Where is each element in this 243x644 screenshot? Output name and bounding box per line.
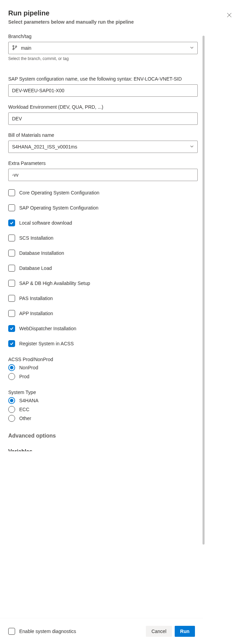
sap-config-label: SAP System configuration name, use the f…: [8, 75, 198, 82]
system-type-group-label: System Type: [8, 390, 198, 395]
system-type-radio[interactable]: [8, 406, 15, 413]
svg-point-1: [13, 48, 14, 50]
checkbox-row: Database Load: [8, 265, 198, 272]
workload-env-input[interactable]: [8, 112, 198, 125]
panel-subtitle: Select parameters below and manually run…: [8, 19, 134, 25]
checkbox-label[interactable]: Register System in ACSS: [19, 341, 74, 346]
bom-label: Bill of Materials name: [8, 132, 198, 139]
panel-footer: Enable system diagnostics Cancel Run: [0, 618, 203, 644]
extra-params-label: Extra Parameters: [8, 160, 198, 167]
checkbox-row: PAS Installation: [8, 295, 198, 302]
checkbox[interactable]: [8, 250, 15, 257]
chevron-down-icon: [190, 45, 194, 51]
checkbox-row: Core Operating System Configuration: [8, 189, 198, 196]
sap-config-input[interactable]: [8, 84, 198, 97]
checkbox-row: SAP & DB High Availability Setup: [8, 280, 198, 287]
acss-radio[interactable]: [8, 373, 15, 380]
checkbox-row: Database Installation: [8, 250, 198, 257]
bom-select[interactable]: S4HANA_2021_ISS_v0001ms: [8, 141, 198, 153]
close-button[interactable]: [224, 10, 235, 21]
checkbox[interactable]: [8, 310, 15, 317]
checkbox[interactable]: [8, 295, 15, 302]
checkbox-row: WebDispatcher Installation: [8, 325, 198, 332]
bom-value: S4HANA_2021_ISS_v0001ms: [12, 144, 190, 150]
checkbox-label[interactable]: PAS Installation: [19, 296, 53, 301]
radio-row: NonProd: [8, 364, 198, 371]
radio-row: Prod: [8, 373, 198, 380]
checkbox-row: SCS Installation: [8, 235, 198, 241]
diagnostics-checkbox[interactable]: [8, 628, 15, 635]
checkbox-row: Register System in ACSS: [8, 340, 198, 347]
checkbox-row: SAP Operating System Configuration: [8, 204, 198, 211]
radio-row: S4HANA: [8, 397, 198, 404]
checkbox[interactable]: [8, 219, 15, 226]
checkbox-label[interactable]: Database Installation: [19, 250, 64, 256]
branch-helper: Select the branch, commit, or tag: [8, 56, 198, 61]
run-pipeline-panel: Run pipeline Select parameters below and…: [0, 0, 243, 644]
radio-row: ECC: [8, 406, 198, 413]
checkbox[interactable]: [8, 189, 15, 196]
diagnostics-label[interactable]: Enable system diagnostics: [19, 629, 76, 634]
form-scroll-region[interactable]: Branch/tag main Select the branch, commi…: [8, 33, 202, 617]
checkbox[interactable]: [8, 340, 15, 347]
checkbox[interactable]: [8, 280, 15, 287]
run-button[interactable]: Run: [175, 626, 195, 637]
radio-label[interactable]: S4HANA: [19, 398, 38, 403]
system-type-radio[interactable]: [8, 397, 15, 404]
checkbox-label[interactable]: SCS Installation: [19, 235, 54, 241]
checkbox[interactable]: [8, 325, 15, 332]
close-icon: [227, 12, 232, 18]
panel-header: Run pipeline Select parameters below and…: [8, 8, 235, 25]
radio-label[interactable]: ECC: [19, 407, 30, 412]
checkbox-label[interactable]: Local software download: [19, 220, 72, 226]
checkbox-label[interactable]: WebDispatcher Installation: [19, 326, 76, 331]
branch-label: Branch/tag: [8, 33, 198, 40]
checkbox-label[interactable]: Database Load: [19, 265, 52, 271]
svg-point-2: [15, 46, 17, 47]
branch-select[interactable]: main: [8, 42, 198, 54]
workload-env-label: Workload Environment (DEV, QUA, PRD, ...…: [8, 104, 198, 110]
svg-point-0: [13, 45, 14, 47]
cancel-button[interactable]: Cancel: [146, 626, 172, 637]
checkbox[interactable]: [8, 204, 15, 211]
checkbox-row: Local software download: [8, 219, 198, 226]
acss-group-label: ACSS Prod/NonProd: [8, 357, 198, 362]
variables-heading-cutoff: Variables: [8, 447, 198, 451]
system-type-radio[interactable]: [8, 415, 15, 422]
radio-label[interactable]: Other: [19, 416, 31, 421]
radio-row: Other: [8, 415, 198, 422]
acss-radio[interactable]: [8, 364, 15, 371]
checkbox[interactable]: [8, 235, 15, 241]
checkbox-label[interactable]: APP Installation: [19, 311, 53, 316]
extra-params-input[interactable]: [8, 169, 198, 181]
diagnostics-row: Enable system diagnostics: [8, 628, 76, 635]
chevron-down-icon: [190, 144, 194, 150]
radio-label[interactable]: Prod: [19, 374, 30, 379]
checkbox-row: APP Installation: [8, 310, 198, 317]
checkbox-label[interactable]: SAP & DB High Availability Setup: [19, 281, 90, 286]
scrollbar[interactable]: [202, 36, 205, 614]
branch-value: main: [21, 45, 190, 51]
checkbox[interactable]: [8, 265, 15, 272]
branch-icon: [12, 45, 18, 51]
checkbox-label[interactable]: Core Operating System Configuration: [19, 190, 99, 195]
advanced-options-heading[interactable]: Advanced options: [8, 433, 198, 439]
checkbox-label[interactable]: SAP Operating System Configuration: [19, 205, 99, 211]
radio-label[interactable]: NonProd: [19, 365, 38, 370]
panel-title: Run pipeline: [8, 8, 134, 18]
